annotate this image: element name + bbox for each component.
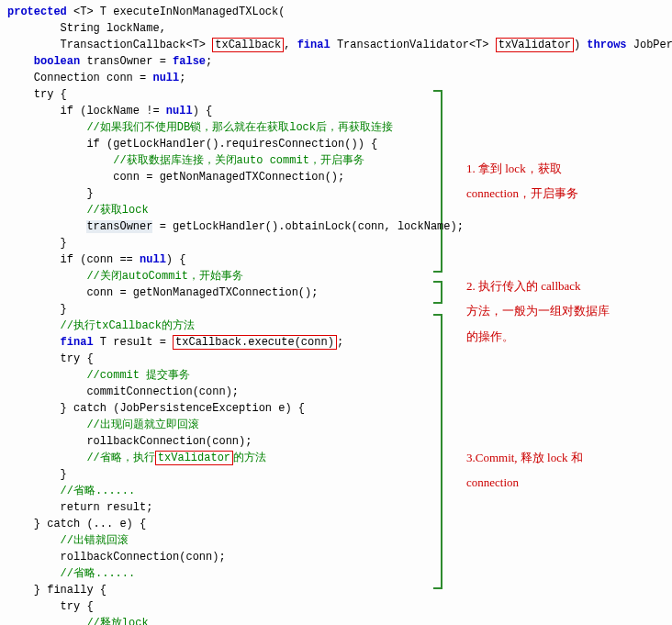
comment: 的方法 (233, 452, 266, 464)
code-text: return result; (7, 501, 152, 514)
comment: //如果我们不使用DB锁，那么就在在获取lock后，再获取连接 (7, 121, 393, 134)
code-text: Connection conn = (7, 72, 152, 84)
code-text: <T> T executeInNonManagedTXLock( (67, 6, 286, 18)
annotation-step2-l1: 2. 执行传入的 callback (466, 273, 622, 298)
code-text: transOwner = (80, 55, 173, 68)
code-text: ; (206, 55, 212, 68)
highlight-txcallback: txCallback (212, 38, 284, 52)
keyword-final: final (297, 39, 330, 51)
highlight-txvalidator: txValidator (496, 38, 574, 52)
keyword-protected: protected (7, 6, 67, 18)
comment: //释放lock (7, 617, 149, 625)
code-text: if (conn == (7, 253, 140, 266)
comment: //出错就回滚 (7, 534, 129, 547)
variable-transowner: transOwner (86, 220, 152, 233)
keyword-boolean: boolean (34, 55, 80, 68)
code-text: } (7, 187, 94, 200)
code-text: ) { (166, 253, 186, 266)
code-text: JobPersistenceException { (627, 39, 672, 51)
code-text: T result = (94, 336, 173, 349)
annotation-step3-l1: 3.Commit, 释放 lock 和 (466, 445, 622, 470)
code-text: conn = getNonManagedTXConnection(); (7, 171, 344, 184)
code-text: TransactionCallback<T> (7, 39, 212, 51)
keyword-null: null (166, 105, 193, 117)
annotation-step3: 3.Commit, 释放 lock 和 connection (466, 445, 622, 496)
code-text: } catch (... e) { (7, 518, 146, 530)
keyword-null: null (152, 72, 179, 84)
code-text: rollbackConnection(conn); (7, 551, 226, 564)
highlight-txvalidator-2: txValidator (155, 451, 233, 465)
code-text: } (7, 237, 67, 250)
code-text: String lockName, (7, 22, 166, 35)
code-text (7, 220, 86, 233)
code-text: conn = getNonManagedTXConnection(); (7, 286, 318, 299)
comment: //关闭autoCommit，开始事务 (7, 270, 243, 283)
code-text: = getLockHandler().obtainLock(conn, lock… (152, 220, 463, 233)
annotation-step3-l2: connection (466, 470, 622, 495)
comment: //省略，执行 (7, 452, 155, 464)
code-text: try { (7, 88, 67, 101)
code-text: ; (337, 336, 343, 349)
comment: //获取数据库连接，关闭auto commit，开启事务 (7, 154, 364, 167)
code-text: try { (7, 352, 94, 365)
comment: //执行txCallback的方法 (7, 319, 195, 332)
annotation-step1-l1: 1. 拿到 lock，获取 (466, 156, 622, 181)
comment: //获取lock (7, 204, 149, 217)
code-text (7, 55, 34, 68)
keyword-final: final (61, 336, 94, 349)
annotation-step2: 2. 执行传入的 callback 方法，一般为一组对数据库 的操作。 (466, 273, 622, 349)
keyword-false: false (173, 55, 206, 68)
code-text: rollbackConnection(conn); (7, 435, 252, 448)
comment: //省略...... (7, 567, 135, 580)
annotation-step2-l3: 的操作。 (466, 324, 622, 349)
code-text: ) { (193, 105, 213, 117)
code-text: if (getLockHandler().requiresConnection(… (7, 138, 377, 151)
keyword-throws: throws (587, 39, 626, 51)
code-text: } finally { (7, 584, 106, 597)
code-text: ) (574, 39, 587, 51)
annotation-step1: 1. 拿到 lock，获取 connection，开启事务 (466, 156, 622, 206)
highlight-execute-call: txCallback.execute(conn) (173, 335, 337, 350)
code-text: if (lockName != (7, 105, 166, 117)
annotation-step2-l2: 方法，一般为一组对数据库 (466, 298, 622, 323)
code-text: } (7, 468, 67, 481)
comment: //出现问题就立即回滚 (7, 419, 199, 431)
code-text (7, 336, 61, 349)
keyword-null: null (140, 253, 166, 266)
annotation-step1-l2: connection，开启事务 (466, 181, 622, 206)
code-text: TransactionValidator<T> (330, 39, 496, 51)
code-text: ; (179, 72, 185, 84)
code-text: commitConnection(conn); (7, 385, 239, 398)
code-text: } (7, 303, 67, 316)
code-text: , (284, 39, 297, 51)
comment: //commit 提交事务 (7, 369, 190, 382)
comment: //省略...... (7, 485, 135, 497)
code-text: try { (7, 600, 94, 613)
code-text: } catch (JobPersistenceException e) { (7, 402, 305, 415)
